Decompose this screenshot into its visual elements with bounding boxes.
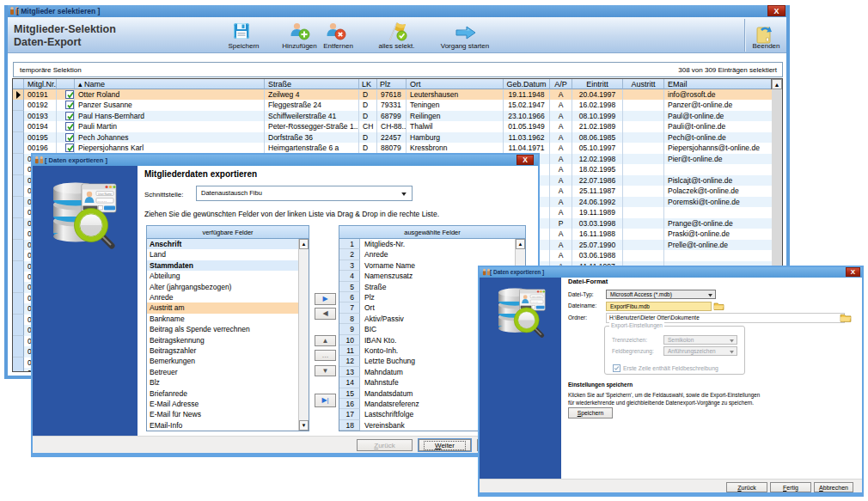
svg-text:User Name: User Name xyxy=(98,192,112,196)
svg-text:......: ...... xyxy=(531,300,538,303)
svg-text:......: ...... xyxy=(98,199,107,203)
svg-text:User Name: User Name xyxy=(532,296,543,298)
